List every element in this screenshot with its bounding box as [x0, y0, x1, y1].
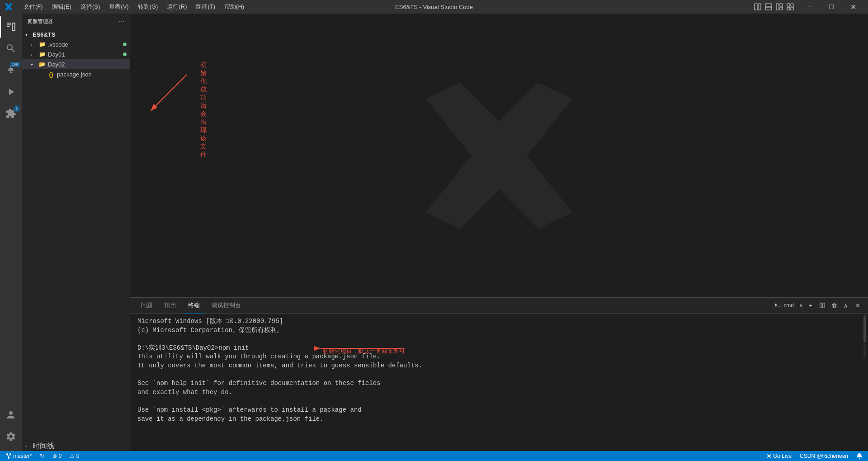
main-container: 10K 1 资源管理器 ···: [0, 14, 868, 451]
sidebar-header: 资源管理器 ···: [22, 14, 130, 29]
activity-search[interactable]: [0, 38, 22, 59]
svg-rect-5: [780, 4, 783, 6]
terminal-line-9: and exactly what they do.: [137, 388, 854, 397]
menu-view[interactable]: 查看(V): [105, 2, 132, 12]
vscode-arrow-icon: ›: [31, 42, 38, 47]
close-button[interactable]: ✕: [843, 0, 863, 14]
vscode-logo-icon: [5, 3, 13, 11]
day02-label: Day02: [48, 61, 130, 68]
csdn-status[interactable]: CSDN @Richeneen: [798, 453, 850, 459]
account-icon: [5, 409, 16, 420]
folder-day02-icon: 📂: [38, 60, 46, 68]
panel-layout-icon[interactable]: [754, 3, 761, 10]
menu-bar: 文件(F) 编辑(E) 选择(S) 查看(V) 转到(G) 运行(R) 终端(T…: [20, 2, 248, 12]
status-left: master* ↻ ⊗ 0 ⚠ 0: [4, 453, 81, 459]
git-branch-label: master*: [13, 453, 32, 459]
notifications-button[interactable]: [854, 453, 864, 459]
activity-account[interactable]: [0, 404, 22, 426]
day01-label: Day01: [48, 51, 123, 58]
tree-item-package-json[interactable]: {} package.json: [22, 69, 130, 79]
status-right: Go Live CSDN @Richeneen: [764, 453, 864, 459]
terminal-scrollbar[interactable]: [862, 314, 868, 451]
editor-main: 初始化成功后会出现该文件: [130, 14, 868, 297]
menu-goto[interactable]: 转到(G): [134, 2, 162, 12]
terminal-line-12: save it as a dependency in the package.j…: [137, 415, 854, 424]
scrollbar-thumb: [863, 315, 866, 342]
svg-line-12: [151, 75, 187, 111]
day01-modified-dot: [123, 52, 127, 56]
extensions-badge: 1: [14, 105, 20, 112]
svg-rect-14: [823, 303, 825, 308]
activity-explorer[interactable]: [0, 16, 22, 38]
activity-extensions[interactable]: 1: [0, 103, 22, 124]
menu-file[interactable]: 文件(F): [20, 2, 47, 12]
window-controls: ─ □ ✕: [754, 0, 863, 14]
menu-help[interactable]: 帮助(H): [221, 2, 248, 12]
svg-point-17: [768, 455, 770, 457]
terminal-line-1: Microsoft Windows [版本 10.0.22000.795]: [137, 317, 854, 326]
sidebar-more-button[interactable]: ···: [119, 18, 125, 26]
sync-status[interactable]: ↻: [38, 453, 46, 459]
file-annotation-text: 初始化成功后会出现该文件: [200, 61, 207, 159]
menu-run[interactable]: 运行(R): [163, 2, 190, 12]
terminal-command-line: D:\实训3\ES6&TS\Day02>npm init 初始化项目，默认一直回…: [137, 344, 249, 353]
tab-debug-console[interactable]: 调试控制台: [206, 298, 246, 314]
tree-item-vscode[interactable]: › 📁 .vscode: [22, 39, 130, 49]
errors-status[interactable]: ⊗ 0: [51, 453, 63, 459]
activity-run[interactable]: [0, 81, 22, 103]
svg-rect-8: [791, 4, 793, 6]
vscode-label: .vscode: [48, 41, 123, 48]
editor-layout-icon[interactable]: [765, 3, 772, 10]
sync-icon: ↻: [40, 453, 44, 459]
git-branch-status[interactable]: master*: [4, 453, 33, 459]
cmd-label: cmd: [772, 302, 797, 309]
dropdown-arrow-icon: ∨: [799, 303, 803, 309]
titlebar: 文件(F) 编辑(E) 选择(S) 查看(V) 转到(G) 运行(R) 终端(T…: [0, 0, 868, 14]
run-icon: [5, 86, 16, 97]
sidebar: 资源管理器 ··· ▾ ES6&TS › 📁 .vscode › 📁 Day01: [22, 14, 130, 451]
tab-problems[interactable]: 问题: [136, 298, 158, 314]
add-terminal-button[interactable]: +: [806, 300, 816, 310]
root-label: ES6&TS: [33, 31, 130, 38]
go-live-label: Go Live: [773, 453, 792, 459]
timeline-section[interactable]: › 时间线: [22, 441, 130, 451]
close-panel-button[interactable]: ✕: [853, 300, 863, 310]
broadcast-icon: [766, 453, 772, 459]
csdn-label: CSDN @Richeneen: [800, 453, 848, 459]
svg-rect-10: [791, 7, 793, 10]
svg-rect-7: [787, 4, 790, 6]
tab-terminal[interactable]: 终端: [183, 298, 205, 314]
explorer-icon: [6, 21, 17, 32]
svg-rect-9: [787, 7, 790, 10]
menu-edit[interactable]: 编辑(E): [48, 2, 75, 12]
terminal-icon: [775, 302, 781, 309]
package-json-label: package.json: [57, 71, 130, 78]
menu-select[interactable]: 选择(S): [77, 2, 104, 12]
split-layout-icon[interactable]: [776, 3, 783, 10]
terminal-line-10: [137, 397, 854, 406]
tree-item-day01[interactable]: › 📁 Day01: [22, 49, 130, 59]
go-live-button[interactable]: Go Live: [764, 453, 793, 459]
tree-root[interactable]: ▾ ES6&TS: [22, 29, 130, 39]
errors-label: ⊗ 0: [52, 453, 61, 459]
warnings-status[interactable]: ⚠ 0: [68, 453, 81, 459]
grid-layout-icon[interactable]: [787, 3, 794, 10]
editor-area: 初始化成功后会出现该文件 问题 输出 终端 调试控制台 cmd ∨: [130, 14, 868, 451]
day02-arrow-icon: ▾: [31, 62, 38, 67]
terminal-content[interactable]: Microsoft Windows [版本 10.0.22000.795] (c…: [130, 314, 862, 451]
activity-settings[interactable]: [0, 426, 22, 447]
scrollbar-thumb-2: [863, 344, 866, 358]
warnings-label: ⚠ 0: [70, 453, 79, 459]
minimize-button[interactable]: ─: [799, 0, 820, 14]
menu-terminal[interactable]: 终端(T): [192, 2, 219, 12]
tab-output[interactable]: 输出: [159, 298, 182, 314]
terminal-line-4: D:\实训3\ES6&TS\Day02>npm init: [137, 344, 249, 353]
tree-item-day02[interactable]: ▾ 📂 Day02: [22, 59, 130, 69]
json-file-icon: {}: [47, 70, 55, 78]
activity-source-control[interactable]: 10K: [0, 59, 22, 81]
kill-terminal-button[interactable]: 🗑: [829, 300, 839, 310]
split-terminal-button[interactable]: [817, 300, 827, 310]
maximize-panel-button[interactable]: ∧: [841, 300, 851, 310]
source-control-badge: 10K: [10, 62, 20, 67]
maximize-button[interactable]: □: [821, 0, 842, 14]
